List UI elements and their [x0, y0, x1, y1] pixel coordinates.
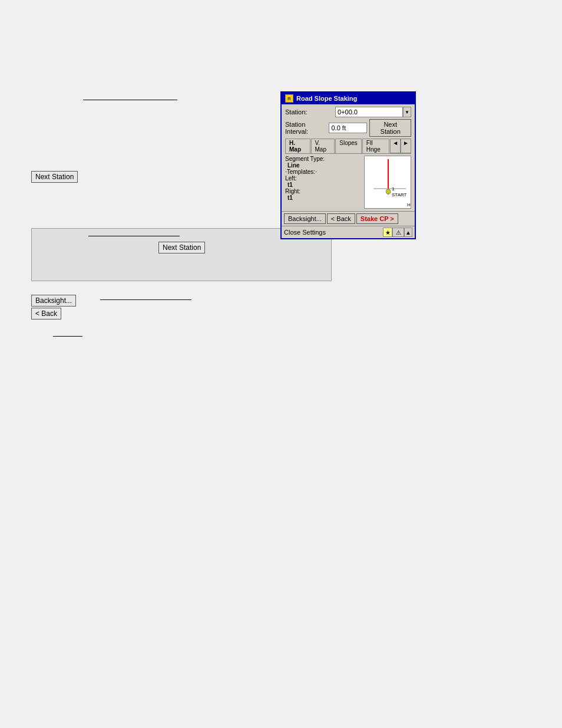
underline-top	[83, 100, 177, 100]
right-value: t1	[287, 195, 362, 201]
tab-right-arrow[interactable]: ►	[401, 139, 411, 153]
dialog-titlebar[interactable]: R Road Slope Staking	[282, 93, 415, 104]
road-slope-staking-dialog: R Road Slope Staking Station: ▼ Station …	[280, 91, 416, 239]
segment-type-label: Segment Type:	[285, 156, 362, 162]
svg-text:H: H	[407, 202, 411, 207]
map-svg: 1 START H	[365, 156, 411, 209]
svg-point-2	[386, 189, 391, 194]
station-interval-row: Station Interval: Next Station	[285, 119, 411, 137]
tab-fllhnge[interactable]: Fll Hnge	[362, 139, 389, 153]
station-dropdown[interactable]: ▼	[403, 107, 411, 117]
next-station-button-top[interactable]: Next Station	[31, 171, 78, 183]
back-dialog-btn[interactable]: < Back	[327, 213, 355, 224]
station-row: Station: ▼	[285, 107, 411, 117]
left-label: Left:	[285, 175, 362, 182]
dialog-footer: Backsight... < Back Stake CP >	[282, 211, 415, 226]
hmap-info-panel: Segment Type: Line ·Templates:· Left: t1…	[285, 156, 362, 209]
dialog-icon: R	[285, 94, 293, 103]
underline-section	[88, 236, 180, 236]
underline-short	[53, 336, 82, 337]
templates-label: ·Templates:·	[285, 169, 362, 175]
next-station-button-section[interactable]: Next Station	[158, 242, 205, 253]
underline-backsight	[100, 299, 191, 300]
warning-btn[interactable]: ⚠	[392, 228, 404, 237]
yellow-star-btn[interactable]: ★	[383, 228, 392, 237]
left-value: t1	[287, 182, 362, 188]
tabs-row: H. Map V. Map Slopes Fll Hnge ◄ ►	[285, 139, 411, 154]
backsight-button-bg[interactable]: Backsight...	[31, 295, 76, 307]
right-label: Right:	[285, 188, 362, 195]
dialog-title: Road Slope Staking	[296, 95, 357, 102]
tab-vmap[interactable]: V. Map	[311, 139, 335, 153]
stake-cp-btn[interactable]: Stake CP >	[356, 213, 398, 224]
segment-type-value: Line	[287, 162, 362, 169]
backsight-dialog-btn[interactable]: Backsight...	[284, 213, 326, 224]
dialog-body: Station: ▼ Station Interval: Next Statio…	[282, 104, 415, 211]
station-label: Station:	[285, 108, 335, 116]
svg-text:START: START	[392, 192, 407, 197]
back-button-bg[interactable]: < Back	[31, 308, 61, 319]
tab-hmap[interactable]: H. Map	[285, 139, 310, 153]
hmap-canvas: 1 START H	[364, 156, 411, 209]
next-station-dialog-btn[interactable]: Next Station	[369, 119, 411, 137]
svg-text:1: 1	[392, 186, 395, 192]
station-interval-label: Station Interval:	[285, 121, 329, 135]
close-settings-bar: Close Settings ★ ⚠ ▲	[282, 226, 415, 238]
station-input[interactable]	[335, 107, 403, 117]
station-interval-input[interactable]	[329, 123, 367, 133]
tab-left-arrow[interactable]: ◄	[390, 139, 401, 153]
scroll-btn[interactable]: ▲	[404, 228, 412, 237]
tab-slopes[interactable]: Slopes	[335, 139, 362, 153]
close-settings-label: Close Settings	[284, 229, 383, 236]
hmap-content: Segment Type: Line ·Templates:· Left: t1…	[285, 156, 411, 209]
